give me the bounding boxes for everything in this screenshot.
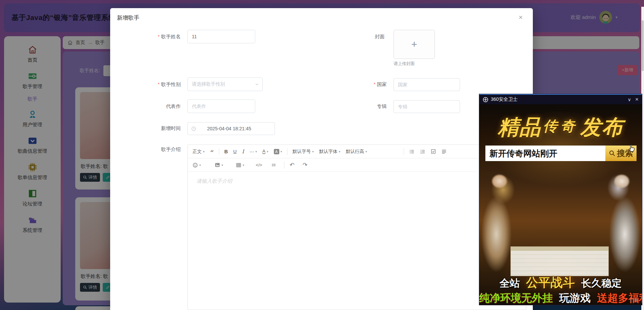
singer-name-label: 歌手姓名 bbox=[130, 34, 181, 40]
ad-popup-window: 360安全卫士 ∨ × 精品 传奇 发布 搜索 bbox=[479, 94, 642, 305]
undo-button[interactable]: ↶ bbox=[287, 160, 297, 170]
add-time-label: 新增时间 bbox=[130, 125, 181, 132]
checkbox-icon bbox=[431, 149, 436, 154]
ad-search-input[interactable] bbox=[485, 146, 605, 161]
search-icon bbox=[609, 150, 616, 157]
masterpiece-label: 代表作 bbox=[130, 103, 181, 110]
singer-name-input[interactable] bbox=[187, 30, 255, 43]
editor-toolbar-row1: 正文▾ “ B U I ⋯▾ A▾ A▾ bbox=[188, 145, 526, 158]
scrollbar-thumb[interactable] bbox=[642, 20, 644, 71]
add-singer-dialog: 新增歌手 × 歌手姓名 封面 + 请上传封面 歌手性别 请选择歌手性别 国家 代… bbox=[110, 8, 533, 310]
insert-image-button[interactable]: ▾ bbox=[212, 160, 226, 170]
clock-icon bbox=[191, 126, 196, 131]
intro-placeholder: 请输入歌手介绍 bbox=[197, 178, 232, 184]
intro-editor-body[interactable]: 请输入歌手介绍 bbox=[188, 172, 526, 310]
intro-rich-text-editor: 正文▾ “ B U I ⋯▾ A▾ A▾ bbox=[187, 145, 526, 310]
cover-upload-hint: 请上传封面 bbox=[394, 61, 415, 67]
task-list-button[interactable] bbox=[428, 147, 439, 156]
add-time-picker[interactable]: 2025-04-04 18:21:45 bbox=[187, 122, 275, 135]
360-logo-icon bbox=[483, 97, 488, 103]
image-icon bbox=[215, 162, 220, 168]
insert-table-button[interactable]: ▾ bbox=[233, 160, 247, 170]
table-icon bbox=[236, 162, 241, 168]
screen: 基于Java的“银海”音乐管理系统 欢迎 admin ▾ 首页 bbox=[0, 0, 644, 310]
close-icon[interactable]: × bbox=[635, 96, 639, 103]
country-input[interactable] bbox=[394, 78, 460, 91]
album-input[interactable] bbox=[394, 100, 460, 113]
ad-slogan-line2: 纯净环境无外挂 玩游戏 送超多福利 bbox=[479, 291, 642, 305]
cover-label: 封面 bbox=[334, 34, 385, 40]
ad-server-list bbox=[510, 246, 609, 276]
ordered-list-icon bbox=[420, 149, 425, 154]
toolbar-divider bbox=[284, 162, 284, 169]
chevron-down-icon bbox=[255, 82, 259, 86]
paragraph-style-button[interactable]: 正文▾ bbox=[190, 147, 207, 156]
plus-icon: + bbox=[411, 39, 417, 50]
toolbar-divider bbox=[287, 148, 287, 155]
line-height-button[interactable]: 默认行高▾ bbox=[343, 147, 370, 156]
minimize-icon[interactable]: ∨ bbox=[628, 97, 631, 102]
add-time-value: 2025-04-04 18:21:45 bbox=[207, 126, 251, 131]
ad-slogan-line1: 全站 公平战斗 长久稳定 bbox=[479, 274, 642, 291]
code-block-button[interactable]: </> bbox=[253, 160, 265, 170]
ad-titlebar[interactable]: 360安全卫士 ∨ × bbox=[479, 94, 642, 104]
font-color-button[interactable]: A▾ bbox=[260, 147, 271, 156]
editor-toolbar-row2: ▾ ▾ ▾ </> bbox=[188, 158, 526, 172]
ordered-list-button[interactable] bbox=[417, 147, 428, 156]
align-justify-icon bbox=[441, 149, 447, 154]
more-formats-button[interactable]: ⋯▾ bbox=[247, 147, 260, 156]
masterpiece-input[interactable] bbox=[187, 99, 255, 113]
highlight-color-button[interactable]: A▾ bbox=[271, 147, 285, 156]
gender-select[interactable]: 请选择歌手性别 bbox=[187, 78, 263, 91]
emoji-button[interactable]: ▾ bbox=[190, 160, 204, 170]
toolbar-divider bbox=[219, 148, 219, 155]
underline-button[interactable]: U bbox=[230, 147, 239, 156]
bold-button[interactable]: B bbox=[222, 147, 230, 156]
gender-label: 歌手性别 bbox=[130, 81, 181, 88]
ad-body[interactable]: 精品 传奇 发布 搜索 全站 公平战斗 长久稳定 bbox=[479, 104, 642, 305]
cover-upload-box[interactable]: + bbox=[394, 30, 435, 59]
close-icon[interactable]: × bbox=[517, 14, 525, 21]
mouse-cursor-hand bbox=[628, 144, 637, 153]
divider-icon bbox=[271, 162, 277, 168]
align-button[interactable] bbox=[439, 147, 449, 156]
redo-button[interactable]: ↷ bbox=[300, 160, 310, 170]
italic-button[interactable]: I bbox=[239, 147, 247, 156]
ad-title: 360安全卫士 bbox=[491, 96, 518, 103]
bullet-list-button[interactable] bbox=[406, 147, 417, 156]
blockquote-button[interactable]: “ bbox=[207, 147, 217, 156]
intro-label: 歌手介绍 bbox=[130, 146, 181, 153]
smiley-icon bbox=[193, 162, 198, 168]
album-label: 专辑 bbox=[336, 103, 387, 110]
country-label: 国家 bbox=[336, 81, 387, 88]
gender-placeholder: 请选择歌手性别 bbox=[192, 81, 225, 87]
dialog-title: 新增歌手 bbox=[117, 14, 139, 22]
font-family-button[interactable]: 默认字体▾ bbox=[317, 147, 343, 156]
ad-search-bar: 搜索 bbox=[485, 146, 637, 161]
horizontal-rule-button[interactable] bbox=[268, 160, 279, 170]
font-size-button[interactable]: 默认字号▾ bbox=[290, 147, 317, 156]
bullet-list-icon bbox=[409, 149, 415, 154]
ad-tag-label: 广告 bbox=[630, 297, 639, 304]
toolbar-divider bbox=[404, 148, 404, 155]
ad-headline: 精品 传奇 发布 bbox=[479, 113, 642, 141]
